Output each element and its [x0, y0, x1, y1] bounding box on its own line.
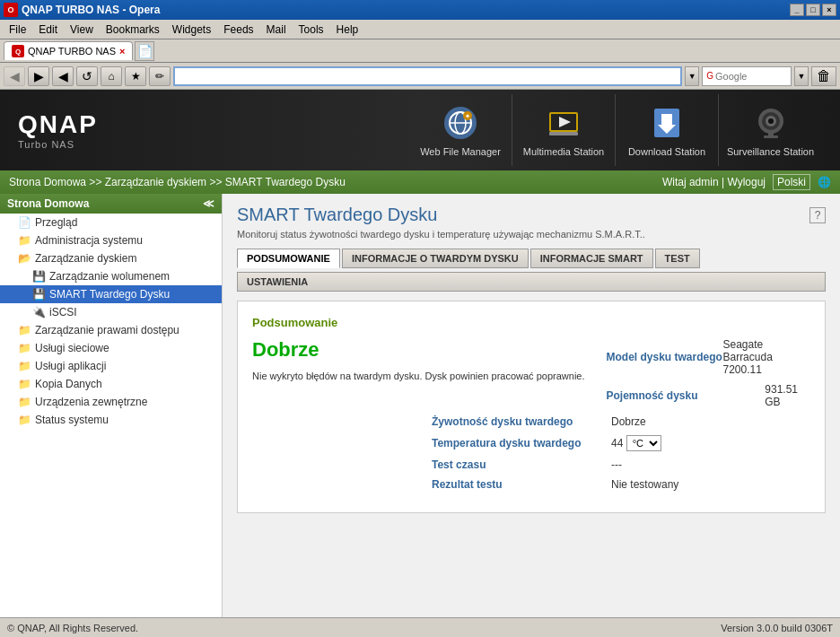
minimize-button[interactable]: _	[790, 4, 804, 16]
sidebar-item-diskmgmt[interactable]: 📂 Zarządzanie dyskiem	[0, 249, 222, 267]
address-dropdown[interactable]: ▼	[685, 66, 699, 86]
sidebar-item-diskmgmt-label: Zarządzanie dyskiem	[35, 252, 136, 265]
reload-button[interactable]: ↺	[76, 66, 98, 86]
menu-feeds[interactable]: Feeds	[218, 22, 258, 38]
address-input[interactable]: http://192.168.0.3:8080/cgi-bin/index.cg…	[179, 71, 677, 82]
sidebar-item-admin-label: Administracja systemu	[35, 234, 143, 247]
content-tab-container: PODSUMOWANIE INFORMACJE O TWARDYM DYSKU …	[237, 249, 826, 268]
browser-tab-qnap[interactable]: Q QNAP TURBO NAS ×	[4, 41, 133, 60]
tab-smartinfo[interactable]: INFORMACJE SMART	[530, 249, 653, 268]
sidebar-item-overview[interactable]: 📄 Przegląd	[0, 214, 222, 231]
surveillance-icon	[751, 103, 791, 143]
version-text: Version 3.0.0 build 0306T	[721, 623, 833, 633]
menu-mail[interactable]: Mail	[261, 22, 292, 38]
new-tab-button[interactable]: 📄	[135, 41, 154, 61]
new-tab-icon: 📄	[137, 44, 153, 58]
download-label: Download Station	[628, 146, 705, 157]
label-temp: Temperatura dysku twardego	[432, 437, 611, 449]
breadcrumb-path: Strona Domowa >> Zarządzanie dyskiem >> …	[9, 176, 346, 188]
value-model: Seagate Barracuda 7200.11	[722, 338, 810, 376]
back-button2[interactable]: ◀	[52, 66, 74, 86]
sidebar-item-volumemgmt[interactable]: 💾 Zarządzanie wolumenem	[0, 267, 222, 285]
sidebar-item-appservices[interactable]: 📁 Usługi aplikacji	[0, 357, 222, 375]
menu-edit[interactable]: Edit	[33, 22, 63, 38]
sidebar-item-admin[interactable]: 📁 Administracja systemu	[0, 231, 222, 249]
download-icon	[647, 103, 687, 143]
tab-settings[interactable]: USTAWIENIA	[237, 272, 826, 292]
sidebar-item-external-label: Urządzenia zewnętrzne	[35, 396, 147, 408]
tab-summary[interactable]: PODSUMOWANIE	[237, 249, 340, 268]
volume-icon: 💾	[32, 270, 46, 283]
multimedia-label: Multimedia Station	[523, 146, 605, 157]
bookmark-button[interactable]: ★	[125, 66, 146, 86]
trash-button[interactable]: 🗑	[811, 66, 836, 86]
search-engine-icon: G	[706, 71, 713, 81]
summary-row-model: Model dysku twardego Seagate Barracuda 7…	[607, 338, 811, 376]
header-app-webfile[interactable]: ✦ Web File Manager	[409, 94, 512, 166]
tab-diskinfo[interactable]: INFORMACJE O TWARDYM DYSKU	[342, 249, 529, 268]
search-dropdown[interactable]: ▼	[794, 66, 809, 86]
header-app-surveillance[interactable]: Surveillance Station	[719, 94, 822, 166]
menu-bar: File Edit View Bookmarks Widgets Feeds M…	[0, 20, 840, 39]
header-app-multimedia[interactable]: Multimedia Station	[512, 94, 616, 166]
sidebar-item-accessmgmt[interactable]: 📁 Zarządzanie prawami dostępu	[0, 321, 222, 339]
app-folder-icon: 📁	[18, 360, 31, 372]
menu-view[interactable]: View	[65, 22, 99, 38]
header-app-download[interactable]: Download Station	[616, 94, 719, 166]
breadcrumb-bar: Strona Domowa >> Zarządzanie dyskiem >> …	[0, 170, 840, 194]
summary-status-description: Nie wykryto błędów na twardym dysku. Dys…	[252, 369, 585, 385]
summary-row-capacity: Pojemność dysku 931.51 GB	[607, 383, 811, 408]
help-icon[interactable]: ?	[809, 207, 826, 223]
surveillance-label: Surveillance Station	[727, 146, 814, 157]
title-bar-left: O QNAP TURBO NAS - Opera	[4, 3, 160, 17]
sidebar-item-netservices[interactable]: 📁 Usługi sieciowe	[0, 339, 222, 357]
back-button[interactable]: ◀	[4, 66, 25, 86]
value-health: Dobrze	[611, 415, 646, 428]
tab-favicon: Q	[12, 45, 24, 57]
globe-icon: 🌐	[818, 176, 831, 188]
title-bar-buttons[interactable]: _ □ ×	[790, 4, 836, 16]
svg-rect-9	[549, 132, 578, 135]
menu-help[interactable]: Help	[331, 22, 364, 38]
menu-bookmarks[interactable]: Bookmarks	[101, 22, 165, 38]
webfile-icon: ✦	[441, 103, 480, 143]
multimedia-icon	[544, 103, 583, 143]
tab-close-button[interactable]: ×	[119, 46, 125, 57]
sidebar-header: Strona Domowa ≪	[0, 194, 222, 214]
home-button[interactable]: ⌂	[101, 66, 122, 86]
sidebar-item-smart[interactable]: 💾 SMART Twardego Dysku	[0, 285, 222, 303]
sidebar-item-external[interactable]: 📁 Urządzenia zewnętrzne	[0, 393, 222, 411]
value-capacity: 931.51 GB	[765, 383, 810, 408]
label-model: Model dysku twardego	[607, 351, 723, 363]
menu-file[interactable]: File	[4, 22, 31, 38]
menu-tools[interactable]: Tools	[293, 22, 329, 38]
forward-button[interactable]: ▶	[28, 66, 49, 86]
sidebar-item-iscsi[interactable]: 🔌 iSCSI	[0, 303, 222, 321]
header-apps: ✦ Web File Manager Multimedia Station	[409, 94, 822, 166]
content-tab-row2: USTAWIENIA	[237, 272, 826, 292]
lang-selector[interactable]: Polski	[773, 174, 810, 190]
copyright-text: © QNAP, All Rights Reserved.	[7, 623, 138, 633]
maximize-button[interactable]: □	[806, 4, 820, 16]
sidebar-item-systemstatus-label: Status systemu	[35, 414, 109, 426]
qnap-header: QNAP Turbo NAS ✦ Web File Manager	[0, 90, 840, 170]
sidebar-collapse-button[interactable]: ≪	[203, 197, 214, 210]
sidebar-item-backup[interactable]: 📁 Kopia Danych	[0, 375, 222, 393]
svg-point-15	[768, 118, 774, 124]
tab-test[interactable]: TEST	[655, 249, 700, 268]
edit-button[interactable]: ✏	[149, 66, 171, 86]
sidebar-item-systemstatus[interactable]: 📁 Status systemu	[0, 411, 222, 429]
temp-value: 44	[611, 437, 623, 449]
main-area: Strona Domowa ≪ 📄 Przegląd 📁 Administrac…	[0, 194, 840, 617]
menu-widgets[interactable]: Widgets	[167, 22, 216, 38]
close-button[interactable]: ×	[822, 4, 836, 16]
label-testtime: Test czasu	[432, 458, 611, 471]
status-bar: © QNAP, All Rights Reserved. Version 3.0…	[0, 617, 840, 637]
summary-box: Podsumowanie Dobrze Nie wykryto błędów n…	[237, 301, 826, 513]
value-testtime: ---	[611, 458, 622, 471]
search-input[interactable]	[715, 71, 787, 82]
temp-unit-select[interactable]: °C °F	[626, 435, 661, 451]
window-title: QNAP TURBO NAS - Opera	[22, 4, 160, 16]
sidebar: Strona Domowa ≪ 📄 Przegląd 📁 Administrac…	[0, 194, 223, 617]
admin-folder-icon: 📁	[18, 234, 31, 247]
